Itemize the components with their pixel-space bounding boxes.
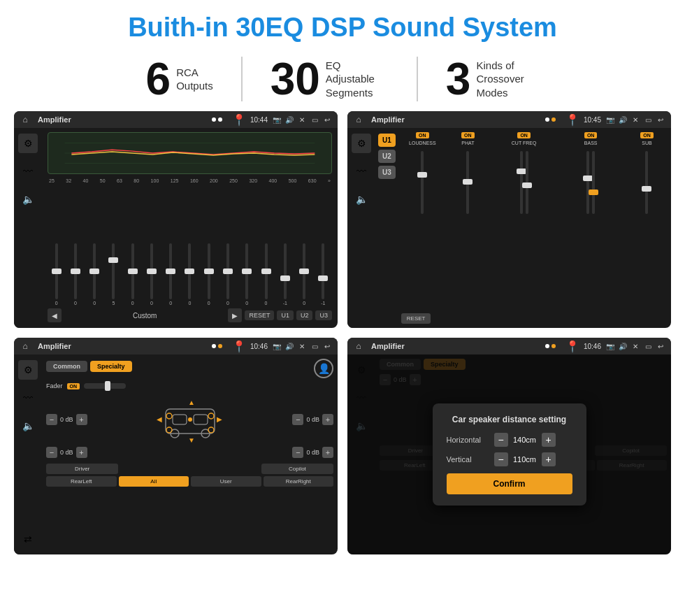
home-icon-2[interactable]: ⌂	[353, 114, 364, 125]
slider-thumb-5[interactable]	[128, 268, 138, 274]
slider-thumb-2[interactable]	[71, 268, 80, 274]
eq-u1-btn[interactable]: U1	[277, 310, 294, 320]
slider-thumb-6[interactable]	[147, 268, 157, 274]
slider-thumb-7[interactable]	[166, 268, 175, 274]
slider-track-5[interactable]	[131, 243, 134, 299]
driver-btn[interactable]: Driver	[46, 464, 118, 474]
eq-prev-btn[interactable]: ◀	[48, 308, 62, 322]
slider-thumb-9[interactable]	[204, 268, 214, 274]
db-plus-fl[interactable]: +	[76, 414, 87, 425]
eq-reset-btn[interactable]: RESET	[245, 310, 274, 320]
slider-track-12[interactable]	[265, 243, 268, 299]
bass-slider-g[interactable]	[589, 189, 598, 195]
camera-icon-4[interactable]: 📷	[605, 341, 615, 351]
u3-btn[interactable]: U3	[378, 166, 396, 179]
db-minus-fr[interactable]: −	[292, 414, 303, 425]
slider-thumb-15[interactable]	[318, 275, 328, 281]
db-plus-rl[interactable]: +	[76, 447, 87, 458]
tab-common[interactable]: Common	[46, 361, 87, 372]
cutfreq-slider-f[interactable]	[517, 169, 526, 174]
back-icon-1[interactable]: ↩	[322, 115, 332, 124]
window-icon-4[interactable]: ▭	[643, 341, 653, 351]
fader-thumb[interactable]	[105, 381, 110, 391]
close-icon-3[interactable]: ✕	[297, 341, 307, 351]
slider-track-14[interactable]	[303, 243, 305, 299]
slider-thumb-11[interactable]	[242, 268, 252, 274]
rearright-btn[interactable]: RearRight	[264, 476, 334, 487]
slider-track-11[interactable]	[245, 243, 248, 299]
profile-icon-3[interactable]: 👤	[314, 359, 333, 378]
sub-slider[interactable]	[642, 186, 651, 192]
slider-thumb-4[interactable]	[108, 257, 118, 263]
loudness-on[interactable]: ON	[416, 132, 429, 138]
eq-next-btn[interactable]: ▶	[228, 308, 242, 322]
eq-icon-3[interactable]: ⚙	[18, 360, 38, 380]
u1-btn[interactable]: U1	[378, 134, 396, 147]
slider-track-13[interactable]	[284, 243, 287, 299]
camera-icon-2[interactable]: 📷	[605, 115, 615, 124]
slider-track-7[interactable]	[169, 243, 172, 299]
camera-icon-1[interactable]: 📷	[272, 115, 282, 124]
window-icon-3[interactable]: ▭	[310, 341, 319, 351]
eq-u3-btn[interactable]: U3	[315, 310, 332, 320]
cutfreq-on[interactable]: ON	[517, 132, 531, 138]
bass-slider-f[interactable]	[583, 176, 593, 181]
amp-eq-icon[interactable]: ⚙	[352, 134, 371, 153]
slider-track-10[interactable]	[226, 243, 229, 299]
tab-specialty[interactable]: Specialty	[90, 361, 132, 372]
slider-track-9[interactable]	[208, 243, 210, 299]
close-icon-4[interactable]: ✕	[630, 341, 640, 351]
fader-on-badge[interactable]: ON	[67, 383, 80, 389]
fader-slider[interactable]	[84, 383, 126, 389]
home-icon-1[interactable]: ⌂	[20, 114, 31, 125]
copilot-btn[interactable]: Copilot	[261, 464, 333, 474]
cutfreq-slider-g[interactable]	[522, 182, 532, 188]
volume-icon-3[interactable]: 🔊	[284, 341, 294, 351]
volume-icon-1[interactable]: 🔊	[284, 115, 294, 124]
sub-on[interactable]: ON	[640, 132, 654, 138]
arrows-icon-3[interactable]: ⇄	[18, 529, 38, 549]
wave-icon-3[interactable]: 〰	[18, 388, 38, 408]
loudness-slider[interactable]	[417, 172, 427, 178]
all-btn[interactable]: All	[119, 476, 189, 487]
window-icon-1[interactable]: ▭	[310, 115, 319, 124]
close-icon-1[interactable]: ✕	[297, 115, 307, 124]
db-minus-rr[interactable]: −	[292, 447, 303, 458]
eq-u2-btn[interactable]: U2	[296, 310, 313, 320]
slider-track-2[interactable]	[74, 243, 77, 299]
confirm-button[interactable]: Confirm	[447, 473, 572, 494]
db-plus-rr[interactable]: +	[322, 447, 333, 458]
home-icon-4[interactable]: ⌂	[353, 341, 364, 352]
home-icon-3[interactable]: ⌂	[20, 341, 31, 352]
slider-track-6[interactable]	[150, 243, 153, 299]
back-icon-3[interactable]: ↩	[322, 341, 332, 351]
u2-btn[interactable]: U2	[378, 150, 396, 163]
user-btn[interactable]: User	[191, 476, 261, 487]
horizontal-minus[interactable]: −	[494, 433, 508, 447]
vertical-plus[interactable]: +	[542, 452, 556, 466]
horizontal-plus[interactable]: +	[542, 433, 556, 447]
slider-track-8[interactable]	[188, 243, 191, 299]
slider-thumb-10[interactable]	[223, 268, 233, 274]
eq-icon[interactable]: ⚙	[18, 134, 38, 153]
speaker-icon[interactable]: 🔈	[18, 189, 38, 209]
back-icon-2[interactable]: ↩	[656, 115, 665, 124]
db-plus-fr[interactable]: +	[322, 414, 333, 425]
wave-icon[interactable]: 〰	[18, 162, 38, 181]
db-minus-fl[interactable]: −	[46, 414, 57, 425]
slider-track-3[interactable]	[93, 243, 96, 299]
amp-wave-icon[interactable]: 〰	[352, 162, 371, 181]
slider-thumb-8[interactable]	[185, 268, 194, 274]
rearleft-btn[interactable]: RearLeft	[46, 476, 117, 487]
bass-on[interactable]: ON	[584, 132, 598, 138]
slider-thumb-12[interactable]	[261, 268, 271, 274]
amp-speaker-icon[interactable]: 🔈	[352, 189, 371, 209]
camera-icon-3[interactable]: 📷	[272, 341, 282, 351]
volume-icon-4[interactable]: 🔊	[618, 341, 628, 351]
phat-on[interactable]: ON	[461, 132, 475, 138]
close-icon-2[interactable]: ✕	[630, 115, 640, 124]
speaker-icon-3[interactable]: 🔈	[18, 416, 38, 436]
slider-thumb-3[interactable]	[89, 268, 99, 274]
slider-track-1[interactable]	[55, 243, 58, 299]
window-icon-2[interactable]: ▭	[643, 115, 653, 124]
